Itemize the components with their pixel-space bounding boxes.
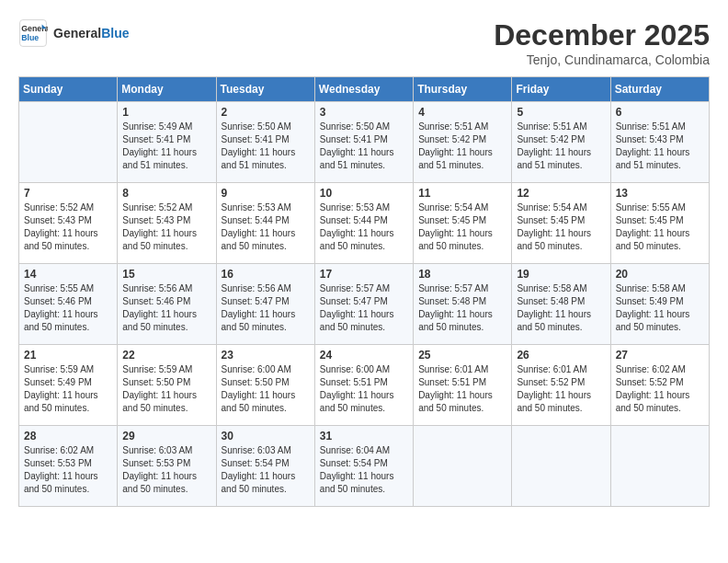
day-number: 22 <box>122 349 210 362</box>
day-number: 7 <box>24 187 112 200</box>
day-number: 26 <box>517 349 605 362</box>
calendar-cell: 31Sunrise: 6:04 AM Sunset: 5:54 PM Dayli… <box>314 426 413 507</box>
day-info: Sunrise: 5:51 AM Sunset: 5:42 PM Dayligh… <box>418 121 506 172</box>
day-number: 9 <box>222 187 310 200</box>
day-number: 1 <box>122 106 210 119</box>
day-info: Sunrise: 6:00 AM Sunset: 5:50 PM Dayligh… <box>222 363 310 415</box>
calendar-cell: 6Sunrise: 5:51 AM Sunset: 5:43 PM Daylig… <box>610 102 709 183</box>
calendar-cell: 10Sunrise: 5:53 AM Sunset: 5:44 PM Dayli… <box>314 183 413 264</box>
calendar-cell: 20Sunrise: 5:58 AM Sunset: 5:49 PM Dayli… <box>610 264 709 345</box>
day-number: 15 <box>122 268 210 281</box>
day-info: Sunrise: 5:59 AM Sunset: 5:49 PM Dayligh… <box>24 363 112 415</box>
svg-text:Blue: Blue <box>21 33 39 42</box>
calendar-week-3: 14Sunrise: 5:55 AM Sunset: 5:46 PM Dayli… <box>19 264 710 345</box>
day-info: Sunrise: 5:55 AM Sunset: 5:46 PM Dayligh… <box>24 282 112 334</box>
day-info: Sunrise: 6:03 AM Sunset: 5:54 PM Dayligh… <box>222 444 310 496</box>
day-number: 11 <box>418 187 506 200</box>
logo: General Blue GeneralBlue <box>18 18 129 48</box>
day-number: 25 <box>418 349 506 362</box>
day-info: Sunrise: 5:55 AM Sunset: 5:45 PM Dayligh… <box>616 201 704 253</box>
day-number: 14 <box>24 268 112 281</box>
day-info: Sunrise: 5:57 AM Sunset: 5:48 PM Dayligh… <box>418 282 506 334</box>
day-number: 4 <box>418 106 506 119</box>
calendar-cell: 22Sunrise: 5:59 AM Sunset: 5:50 PM Dayli… <box>118 345 216 426</box>
calendar-cell: 5Sunrise: 5:51 AM Sunset: 5:42 PM Daylig… <box>512 102 610 183</box>
day-number: 24 <box>320 349 408 362</box>
column-header-tuesday: Tuesday <box>216 77 314 102</box>
day-info: Sunrise: 6:03 AM Sunset: 5:53 PM Dayligh… <box>122 444 210 496</box>
day-info: Sunrise: 6:04 AM Sunset: 5:54 PM Dayligh… <box>320 444 408 496</box>
calendar-cell <box>414 426 512 507</box>
day-number: 5 <box>517 106 605 119</box>
day-info: Sunrise: 5:56 AM Sunset: 5:46 PM Dayligh… <box>122 282 210 334</box>
calendar-week-2: 7Sunrise: 5:52 AM Sunset: 5:43 PM Daylig… <box>19 183 710 264</box>
day-number: 10 <box>320 187 408 200</box>
calendar-cell: 16Sunrise: 5:56 AM Sunset: 5:47 PM Dayli… <box>216 264 314 345</box>
day-info: Sunrise: 5:56 AM Sunset: 5:47 PM Dayligh… <box>222 282 310 334</box>
calendar-cell: 14Sunrise: 5:55 AM Sunset: 5:46 PM Dayli… <box>19 264 118 345</box>
day-info: Sunrise: 5:50 AM Sunset: 5:41 PM Dayligh… <box>222 121 310 172</box>
calendar-week-5: 28Sunrise: 6:02 AM Sunset: 5:53 PM Dayli… <box>19 426 710 507</box>
day-info: Sunrise: 5:58 AM Sunset: 5:49 PM Dayligh… <box>616 282 704 334</box>
calendar-cell: 7Sunrise: 5:52 AM Sunset: 5:43 PM Daylig… <box>19 183 118 264</box>
calendar-cell: 11Sunrise: 5:54 AM Sunset: 5:45 PM Dayli… <box>414 183 512 264</box>
calendar-cell: 19Sunrise: 5:58 AM Sunset: 5:48 PM Dayli… <box>512 264 610 345</box>
column-header-sunday: Sunday <box>19 77 118 102</box>
day-info: Sunrise: 6:02 AM Sunset: 5:53 PM Dayligh… <box>24 444 112 496</box>
day-info: Sunrise: 5:58 AM Sunset: 5:48 PM Dayligh… <box>517 282 605 334</box>
day-info: Sunrise: 5:52 AM Sunset: 5:43 PM Dayligh… <box>122 201 210 253</box>
column-header-thursday: Thursday <box>414 77 512 102</box>
column-header-monday: Monday <box>118 77 216 102</box>
day-number: 6 <box>616 106 704 119</box>
day-info: Sunrise: 5:54 AM Sunset: 5:45 PM Dayligh… <box>517 201 605 253</box>
calendar-cell: 1Sunrise: 5:49 AM Sunset: 5:41 PM Daylig… <box>118 102 216 183</box>
calendar-cell: 12Sunrise: 5:54 AM Sunset: 5:45 PM Dayli… <box>512 183 610 264</box>
day-info: Sunrise: 5:59 AM Sunset: 5:50 PM Dayligh… <box>122 363 210 415</box>
calendar-cell <box>610 426 709 507</box>
day-info: Sunrise: 5:52 AM Sunset: 5:43 PM Dayligh… <box>24 201 112 253</box>
page-header: General Blue GeneralBlue December 2025 T… <box>18 18 710 67</box>
calendar-table: SundayMondayTuesdayWednesdayThursdayFrid… <box>18 76 710 507</box>
day-info: Sunrise: 5:54 AM Sunset: 5:45 PM Dayligh… <box>418 201 506 253</box>
day-number: 3 <box>320 106 408 119</box>
day-info: Sunrise: 6:01 AM Sunset: 5:52 PM Dayligh… <box>517 363 605 415</box>
calendar-body: 1Sunrise: 5:49 AM Sunset: 5:41 PM Daylig… <box>19 102 710 507</box>
day-number: 8 <box>122 187 210 200</box>
calendar-cell: 8Sunrise: 5:52 AM Sunset: 5:43 PM Daylig… <box>118 183 216 264</box>
calendar-cell: 15Sunrise: 5:56 AM Sunset: 5:46 PM Dayli… <box>118 264 216 345</box>
day-number: 13 <box>616 187 704 200</box>
column-header-friday: Friday <box>512 77 610 102</box>
calendar-cell: 13Sunrise: 5:55 AM Sunset: 5:45 PM Dayli… <box>610 183 709 264</box>
day-number: 17 <box>320 268 408 281</box>
day-number: 21 <box>24 349 112 362</box>
calendar-cell: 23Sunrise: 6:00 AM Sunset: 5:50 PM Dayli… <box>216 345 314 426</box>
day-info: Sunrise: 5:53 AM Sunset: 5:44 PM Dayligh… <box>320 201 408 253</box>
calendar-cell: 25Sunrise: 6:01 AM Sunset: 5:51 PM Dayli… <box>414 345 512 426</box>
calendar-cell: 30Sunrise: 6:03 AM Sunset: 5:54 PM Dayli… <box>216 426 314 507</box>
calendar-header-row: SundayMondayTuesdayWednesdayThursdayFrid… <box>19 77 710 102</box>
location-subtitle: Tenjo, Cundinamarca, Colombia <box>494 52 710 67</box>
day-info: Sunrise: 5:53 AM Sunset: 5:44 PM Dayligh… <box>222 201 310 253</box>
day-info: Sunrise: 6:00 AM Sunset: 5:51 PM Dayligh… <box>320 363 408 415</box>
calendar-cell: 17Sunrise: 5:57 AM Sunset: 5:47 PM Dayli… <box>314 264 413 345</box>
day-number: 2 <box>222 106 310 119</box>
day-number: 31 <box>320 430 408 442</box>
day-number: 27 <box>616 349 704 362</box>
calendar-cell: 29Sunrise: 6:03 AM Sunset: 5:53 PM Dayli… <box>118 426 216 507</box>
calendar-cell: 24Sunrise: 6:00 AM Sunset: 5:51 PM Dayli… <box>314 345 413 426</box>
day-info: Sunrise: 5:49 AM Sunset: 5:41 PM Dayligh… <box>122 121 210 172</box>
day-number: 30 <box>222 430 310 442</box>
month-title: December 2025 <box>494 18 710 52</box>
day-number: 23 <box>222 349 310 362</box>
calendar-cell: 4Sunrise: 5:51 AM Sunset: 5:42 PM Daylig… <box>414 102 512 183</box>
logo-text: GeneralBlue <box>53 26 129 40</box>
calendar-cell: 9Sunrise: 5:53 AM Sunset: 5:44 PM Daylig… <box>216 183 314 264</box>
svg-text:General: General <box>21 24 48 33</box>
day-info: Sunrise: 5:57 AM Sunset: 5:47 PM Dayligh… <box>320 282 408 334</box>
calendar-cell <box>512 426 610 507</box>
day-number: 12 <box>517 187 605 200</box>
calendar-cell: 21Sunrise: 5:59 AM Sunset: 5:49 PM Dayli… <box>19 345 118 426</box>
day-number: 19 <box>517 268 605 281</box>
calendar-cell: 18Sunrise: 5:57 AM Sunset: 5:48 PM Dayli… <box>414 264 512 345</box>
logo-icon: General Blue <box>18 18 48 48</box>
